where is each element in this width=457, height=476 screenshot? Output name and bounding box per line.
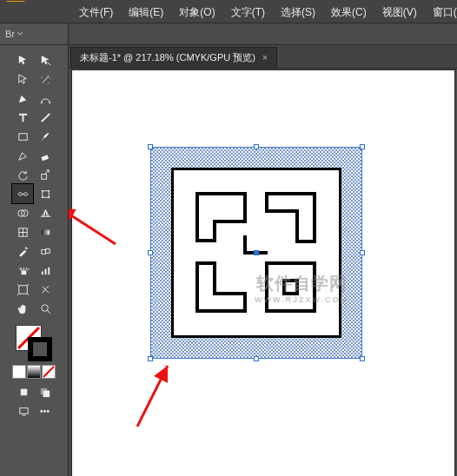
bridge-link[interactable]: Br (5, 29, 23, 39)
titlebar: Ai 文件(F) 编辑(E) 对象(O) 文字(T) 选择(S) 效果(C) 视… (0, 0, 457, 23)
selection-tool[interactable] (12, 50, 33, 69)
eraser-tool[interactable] (35, 146, 56, 165)
annotation-arrow (69, 201, 124, 253)
selection-handle[interactable] (148, 144, 153, 149)
chevron-down-icon (17, 30, 23, 37)
menu-type[interactable]: 文字(T) (223, 3, 273, 22)
menu-effect[interactable]: 效果(C) (323, 3, 374, 22)
svg-rect-24 (20, 388, 27, 395)
svg-point-9 (48, 196, 50, 198)
group-selection-tool[interactable] (35, 50, 56, 69)
artboard: 软件自学网 WWW.RJZXW.COM (72, 70, 454, 476)
document-tab-bar: 未标题-1* @ 217.18% (CMYK/GPU 预览) × (69, 45, 457, 69)
artboard-tool[interactable] (12, 280, 33, 299)
svg-rect-3 (41, 155, 49, 161)
pen-tool[interactable] (12, 89, 33, 108)
svg-line-23 (43, 367, 54, 377)
svg-rect-2 (18, 133, 26, 140)
menu-select[interactable]: 选择(S) (273, 3, 323, 22)
none-icon (43, 366, 55, 378)
hand-tool[interactable] (12, 299, 33, 318)
blend-tool[interactable] (35, 241, 56, 261)
selection-handle[interactable] (254, 356, 259, 361)
selection-center (254, 250, 259, 255)
document-tab-title: 未标题-1* @ 217.18% (CMYK/GPU 预览) (80, 51, 255, 64)
gradient-tool[interactable] (35, 222, 56, 241)
menu-window[interactable]: 窗口(W) (425, 3, 457, 22)
color-swatch-area (0, 323, 68, 379)
close-icon[interactable]: × (262, 53, 268, 63)
scale-tool[interactable] (35, 165, 56, 184)
annotation-arrow (107, 357, 185, 435)
svg-rect-4 (41, 174, 46, 179)
perspective-grid-tool[interactable] (35, 203, 56, 222)
svg-point-0 (40, 102, 42, 103)
selection-handle[interactable] (360, 144, 365, 149)
color-mode-none[interactable] (42, 365, 56, 379)
document-tab[interactable]: 未标题-1* @ 217.18% (CMYK/GPU 预览) × (70, 47, 277, 68)
shaper-tool[interactable] (12, 146, 33, 165)
zoom-tool[interactable] (35, 299, 56, 318)
bridge-link-label: Br (5, 29, 15, 39)
menu-view[interactable]: 视图(V) (374, 3, 425, 22)
drawing-mode-normal[interactable] (14, 382, 33, 401)
svg-rect-20 (18, 285, 26, 293)
selection-handle[interactable] (148, 250, 153, 255)
column-graph-tool[interactable] (35, 261, 56, 280)
direct-selection-tool[interactable] (12, 69, 33, 89)
selection-handle[interactable] (360, 250, 365, 255)
selection-handle[interactable] (254, 144, 259, 149)
svg-rect-26 (43, 390, 50, 397)
drawing-mode-behind[interactable] (35, 382, 54, 401)
color-mode-color[interactable] (12, 365, 26, 379)
line-segment-tool[interactable] (35, 108, 56, 127)
control-bar (69, 23, 457, 45)
svg-point-6 (41, 189, 43, 191)
svg-rect-17 (41, 271, 43, 274)
menu-bar: 文件(F) 编辑(E) 对象(O) 文字(T) 选择(S) 效果(C) 视图(V… (0, 2, 457, 23)
svg-rect-16 (21, 270, 26, 274)
free-transform-tool[interactable] (35, 184, 56, 203)
svg-rect-13 (41, 229, 49, 235)
slice-tool[interactable] (35, 280, 56, 299)
document-area: 未标题-1* @ 217.18% (CMYK/GPU 预览) × (69, 23, 457, 476)
svg-rect-5 (42, 190, 49, 197)
menu-edit[interactable]: 编辑(E) (121, 3, 171, 22)
curvature-tool[interactable] (35, 89, 56, 108)
color-mode-row (12, 365, 56, 379)
svg-point-1 (49, 102, 50, 103)
svg-rect-15 (45, 248, 50, 253)
selected-artwork[interactable] (150, 147, 362, 359)
svg-point-7 (48, 189, 50, 191)
selection-handle[interactable] (148, 356, 153, 361)
width-tool[interactable] (12, 184, 33, 203)
shape-builder-tool[interactable] (12, 203, 33, 222)
svg-point-28 (40, 410, 43, 413)
eyedropper-tool[interactable] (12, 241, 33, 261)
screen-mode[interactable] (14, 401, 33, 420)
menu-object[interactable]: 对象(O) (171, 3, 222, 22)
edit-toolbar[interactable] (35, 401, 54, 420)
menu-file[interactable]: 文件(F) (71, 3, 121, 22)
symbol-sprayer-tool[interactable] (12, 261, 33, 280)
mesh-tool[interactable] (12, 222, 33, 241)
toolbox (0, 45, 68, 476)
rotate-tool[interactable] (12, 165, 33, 184)
svg-rect-27 (19, 407, 27, 413)
svg-point-8 (41, 196, 43, 198)
fill-stroke-swatch[interactable] (14, 323, 54, 363)
svg-point-21 (41, 304, 48, 311)
type-tool[interactable] (12, 108, 33, 127)
selection-handle[interactable] (360, 356, 365, 361)
svg-point-29 (43, 410, 46, 413)
svg-rect-14 (41, 249, 45, 254)
svg-point-30 (46, 410, 49, 413)
color-mode-gradient[interactable] (27, 365, 41, 379)
stroke-swatch[interactable] (28, 337, 52, 361)
canvas-viewport[interactable]: 软件自学网 WWW.RJZXW.COM (69, 69, 457, 476)
magic-wand-tool[interactable] (35, 69, 56, 89)
left-panel: Br (0, 23, 69, 476)
paintbrush-tool[interactable] (35, 127, 56, 146)
rectangle-tool[interactable] (12, 127, 33, 146)
svg-rect-18 (44, 268, 46, 274)
